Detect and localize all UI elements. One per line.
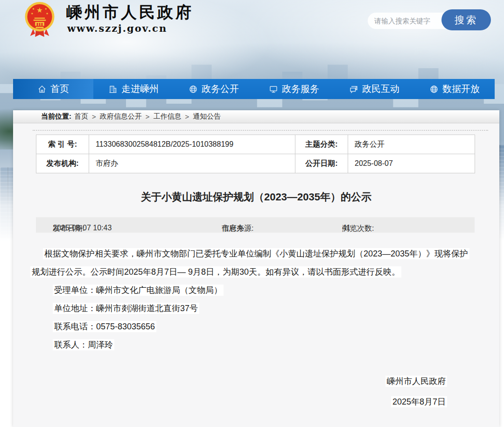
issuing-agency-label: 发布机构: [36, 154, 89, 173]
nav-item-services[interactable]: 政务服务 [254, 79, 334, 99]
article-title: 关于小黄山遗址保护规划（2023—2035年）的公示 [13, 190, 499, 204]
globe-icon [189, 85, 198, 94]
nav-item-label: 数据开放 [442, 83, 480, 95]
nav-item-label: 政务服务 [282, 83, 319, 95]
breadcrumb-item-work-info[interactable]: 工作信息 [154, 112, 182, 121]
table-row: 发布机构: 市府办 公开日期: 2025-08-07 [36, 154, 475, 173]
svg-text:★: ★ [46, 12, 49, 15]
issuing-agency-value: 市府办 [89, 154, 295, 173]
nav-item-open-data[interactable]: 数据开放 [414, 79, 495, 99]
breadcrumb-separator: > [185, 113, 189, 121]
breadcrumb-item-notices[interactable]: 通知公告 [193, 112, 221, 121]
national-emblem-icon: ★ ★ ★ ★ ★ [23, 1, 56, 38]
contact-unit-line: 受理单位：嵊州市文化广电旅游局（文物局） [30, 281, 473, 299]
page: ★ ★ ★ ★ ★ 嵊州市人民政府 www.szzj.gov.cn 搜索 首页 … [0, 0, 504, 427]
building-icon [108, 85, 118, 94]
article-paragraph: 根据文物保护相关要求，嵊州市文物部门已委托专业单位编制《小黄山遗址保护规划（20… [30, 245, 473, 281]
dashed-divider [33, 130, 488, 131]
site-url: www.szzj.gov.cn [67, 22, 167, 34]
nav-item-label: 走进嵊州 [121, 83, 159, 95]
svg-text:★: ★ [44, 7, 47, 10]
breadcrumb-separator: > [146, 113, 150, 121]
contact-person-line: 联系人：周泽玲 [30, 336, 473, 354]
breadcrumb-label: 当前位置: [41, 112, 71, 121]
article-meta-bar: 发布日期: 2025-08-07 10:43 信息来源: 市府办 浏览次数: 4… [36, 217, 475, 233]
breadcrumb-separator: > [92, 113, 96, 121]
nav-item-label: 首页 [50, 83, 69, 95]
svg-text:★: ★ [31, 12, 34, 15]
svg-text:★: ★ [32, 7, 35, 10]
nav-item-about[interactable]: 走进嵊州 [93, 79, 174, 99]
svg-text:★: ★ [36, 6, 43, 14]
nav-item-label: 政务公开 [202, 83, 239, 95]
breadcrumb-item-home[interactable]: 首页 [74, 112, 88, 121]
site-title: 嵊州市人民政府 [66, 2, 194, 23]
table-row: 索 引 号: 11330683002584812B/2025-101038819… [36, 135, 475, 154]
nav-item-interaction[interactable]: 政民互动 [334, 79, 414, 99]
content-panel: 当前位置: 首页 > 政府信息公开 > 工作信息 > 通知公告 索 引 号: 1… [13, 110, 499, 427]
document-info-table: 索 引 号: 11330683002584812B/2025-101038819… [36, 135, 475, 173]
index-number-label: 索 引 号: [36, 135, 89, 154]
article-body: 根据文物保护相关要求，嵊州市文物部门已委托专业单位编制《小黄山遗址保护规划（20… [30, 245, 473, 412]
search-button[interactable]: 搜索 [441, 9, 491, 30]
nav-item-home[interactable]: 首页 [13, 79, 93, 99]
search-bar: 搜索 [368, 8, 493, 31]
monitor-icon [269, 85, 278, 94]
nav-item-label: 政民互动 [362, 83, 399, 95]
breadcrumb: 当前位置: 首页 > 政府信息公开 > 工作信息 > 通知公告 [13, 110, 499, 123]
search-input[interactable] [368, 13, 448, 29]
article-signature: 嵊州市人民政府 2025年8月7日 [30, 371, 473, 412]
index-number-value: 11330683002584812B/2025-1010388199 [89, 135, 295, 154]
topic-category-label: 主题分类: [295, 135, 348, 154]
breadcrumb-item-gov-info[interactable]: 政府信息公开 [100, 112, 142, 121]
contact-phone-line: 联系电话：0575-83035656 [30, 318, 473, 336]
publish-date-label: 公开日期: [295, 154, 348, 173]
signature-org: 嵊州市人民政府 [30, 371, 447, 391]
publish-date-value: 2025-08-07 [348, 154, 475, 173]
home-icon [37, 85, 47, 94]
nav-item-gov-info[interactable]: 政务公开 [174, 79, 254, 99]
data-globe-icon [429, 85, 439, 94]
chat-icon [349, 85, 358, 94]
topic-category-value: 政务公开 [348, 135, 475, 154]
contact-address-line: 单位地址：嵊州市剡湖街道北直街37号 [30, 299, 473, 318]
main-nav: 首页 走进嵊州 政务公开 政务服务 政民互动 [13, 79, 495, 99]
signature-date: 2025年8月7日 [30, 391, 447, 412]
